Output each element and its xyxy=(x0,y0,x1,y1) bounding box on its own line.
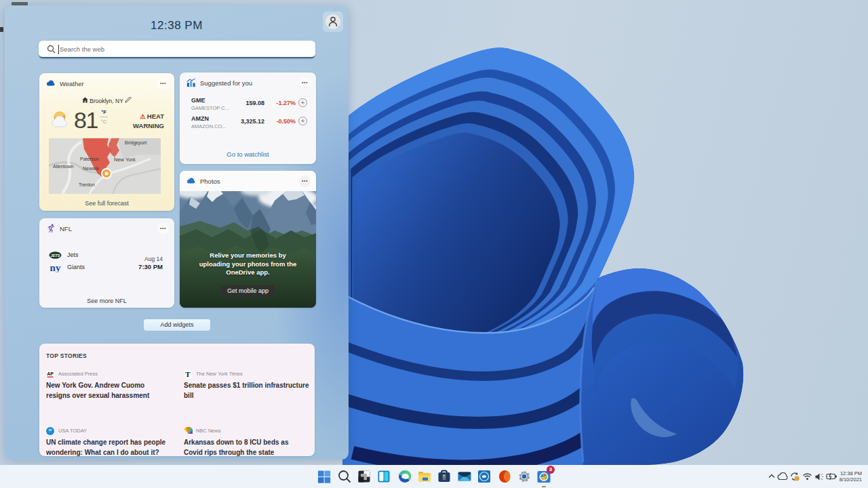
svg-text:JETS: JETS xyxy=(51,253,60,257)
svg-text:AP: AP xyxy=(47,371,54,376)
svg-text:New York: New York xyxy=(114,157,136,163)
svg-text:Trenton: Trenton xyxy=(79,182,95,187)
svg-text:Newark: Newark xyxy=(83,166,99,171)
svg-text:Paterson: Paterson xyxy=(80,157,99,161)
svg-text:Allentown: Allentown xyxy=(53,164,73,169)
svg-text:ny: ny xyxy=(50,262,61,272)
svg-text:Bridgeport: Bridgeport xyxy=(125,140,146,146)
svg-text:T: T xyxy=(185,370,191,378)
